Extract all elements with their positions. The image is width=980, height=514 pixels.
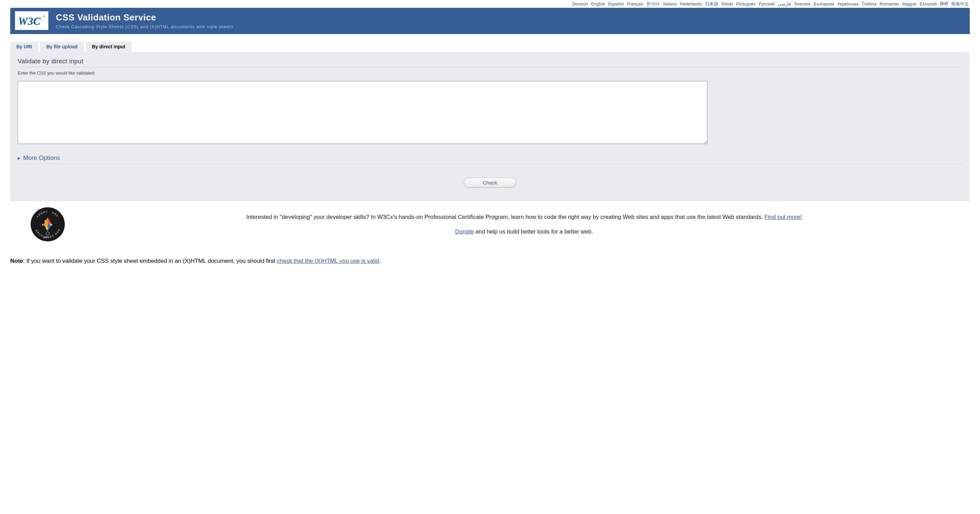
language-link[interactable]: 한국어 — [646, 2, 660, 6]
page-title: CSS Validation Service — [56, 12, 234, 23]
language-link[interactable]: Svenska — [794, 2, 810, 6]
page-subtitle: Check Cascading Style Sheets (CSS) and (… — [56, 24, 234, 29]
language-link[interactable]: Magyar — [902, 2, 916, 6]
note-body: : If you want to validate your CSS style… — [23, 258, 277, 264]
language-link[interactable]: Nederlands — [680, 2, 702, 6]
language-link[interactable]: 日本語 — [705, 2, 718, 6]
svg-text:E: E — [42, 223, 44, 226]
svg-text:W: W — [50, 223, 52, 226]
language-link[interactable]: Български — [814, 2, 834, 6]
language-link[interactable]: Polski — [722, 2, 733, 6]
tab-by-file-upload[interactable]: By file upload — [40, 41, 84, 52]
language-bar: Deutsch English Español Français 한국어 Ita… — [0, 0, 980, 8]
banner-text: CSS Validation Service Check Cascading S… — [56, 12, 234, 29]
more-options-label: More Options — [23, 154, 60, 162]
language-link[interactable]: English — [591, 2, 605, 6]
tabs: By URI By file upload By direct input — [10, 41, 970, 52]
promo-body: Interested in "developing" your develope… — [247, 214, 765, 220]
language-link[interactable]: हिन्दी — [940, 2, 948, 6]
submit-row: Check — [18, 178, 962, 187]
css-input[interactable] — [18, 81, 707, 144]
note-label: Note — [10, 258, 23, 264]
promo-row: · FRONT · END · WEB DEVELOPER F E W D W3… — [10, 207, 970, 241]
language-link[interactable]: Italiano — [663, 2, 677, 6]
language-link[interactable]: Українська — [837, 2, 859, 6]
form-instruction: Enter the CSS you would like validated: — [18, 70, 962, 76]
language-link[interactable]: Español — [608, 2, 624, 6]
language-link[interactable]: Čeština — [862, 2, 876, 6]
form-heading: Validate by direct input — [18, 58, 962, 67]
svg-text:W3Cx: W3Cx — [43, 236, 50, 239]
banner: W3C ® CSS Validation Service Check Casca… — [10, 8, 970, 34]
tab-by-direct-input[interactable]: By direct input — [86, 41, 132, 52]
validation-panel: Validate by direct input Enter the CSS y… — [10, 52, 970, 201]
svg-text:F: F — [45, 220, 46, 223]
note-paragraph: Note: If you want to validate your CSS s… — [10, 258, 970, 265]
check-xhtml-valid-link[interactable]: check that the (X)HTML you use is valid — [277, 258, 379, 264]
svg-text:®: ® — [43, 15, 45, 18]
svg-text:W3C: W3C — [18, 15, 41, 27]
more-options-toggle[interactable]: ▶ More Options — [18, 151, 962, 164]
w3c-logo[interactable]: W3C ® — [15, 11, 48, 30]
promo-text: Interested in "developing" your develope… — [78, 213, 970, 236]
triangle-right-icon: ▶ — [18, 156, 21, 160]
language-link[interactable]: Deutsch — [572, 2, 588, 6]
language-link[interactable]: فارسی — [778, 2, 791, 6]
find-out-more-link[interactable]: Find out more! — [765, 214, 802, 220]
note-suffix: . — [379, 258, 381, 264]
svg-text:D: D — [46, 227, 48, 230]
language-link[interactable]: Português — [736, 2, 756, 6]
language-link[interactable]: 简体中文 — [951, 2, 969, 6]
language-link[interactable]: Русский — [759, 2, 775, 6]
w3cx-badge[interactable]: · FRONT · END · WEB DEVELOPER F E W D W3… — [31, 207, 65, 241]
language-link[interactable]: Français — [627, 2, 643, 6]
language-link[interactable]: Ελληνικά — [920, 2, 937, 6]
donate-link[interactable]: Donate — [455, 228, 474, 235]
language-link[interactable]: Romanian — [880, 2, 899, 6]
check-button[interactable]: Check — [464, 178, 517, 187]
tab-by-uri[interactable]: By URI — [10, 41, 38, 52]
donate-after: and help us build better tools for a bet… — [474, 228, 593, 235]
